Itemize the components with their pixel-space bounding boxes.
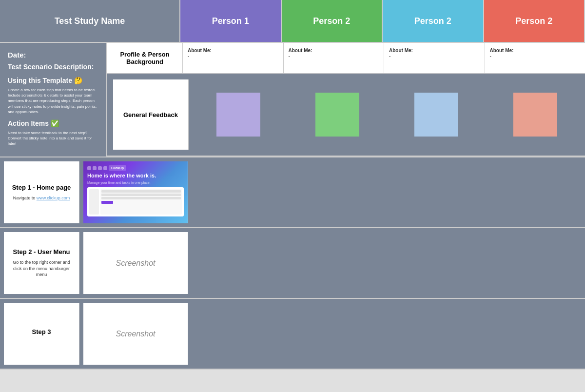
clickup-subtext: Manage your time and tasks in one place. bbox=[87, 181, 184, 184]
clickup-headline: Home is where the work is. bbox=[87, 173, 184, 179]
profile-header: Profile & Person Background bbox=[107, 43, 183, 73]
step3-empty-area bbox=[188, 299, 585, 369]
feedback-person2a-area bbox=[288, 74, 387, 156]
clickup-screenshot-image: ClickUp Home is where the work is. Manag… bbox=[83, 161, 188, 223]
step1-screenshot: ClickUp Home is where the work is. Manag… bbox=[83, 161, 188, 223]
step3-screenshot: Screenshot bbox=[83, 303, 188, 365]
profile-person2c-about: About Me: - bbox=[485, 43, 585, 73]
feedback-person2b-area bbox=[387, 74, 486, 156]
step2-info: Step 2 - User Menu Go to the top right c… bbox=[4, 232, 79, 294]
header-person2b: Person 2 bbox=[383, 0, 484, 42]
action-description: Need to take some feedback to the next s… bbox=[8, 130, 98, 147]
feedback-label: General Feedback bbox=[113, 79, 189, 150]
feedback-row: General Feedback bbox=[107, 74, 585, 157]
profile-person1-about: About Me: - bbox=[183, 43, 284, 73]
step2-title: Step 2 - User Menu bbox=[12, 248, 71, 255]
step3-row: Step 3 Screenshot bbox=[0, 299, 585, 370]
header-person1: Person 1 bbox=[180, 0, 282, 42]
profile-section: Profile & Person Background About Me: - … bbox=[107, 43, 585, 157]
scenario-label: Test Scenario Description: bbox=[8, 63, 98, 71]
step1-desc: Navigate to www.clickup.com bbox=[12, 195, 71, 201]
action-label: Action Items ✅ bbox=[8, 119, 98, 127]
clickup-dashboard-preview bbox=[87, 187, 184, 216]
step2-screenshot-placeholder: Screenshot bbox=[116, 259, 156, 268]
sticky-note-salmon[interactable] bbox=[513, 93, 557, 137]
using-label: Using this Template 🤔 bbox=[8, 77, 98, 84]
step2-screenshot: Screenshot bbox=[83, 232, 188, 294]
step3-info: Step 3 bbox=[4, 303, 79, 365]
header-study-name: Test Study Name bbox=[0, 0, 180, 42]
feedback-person2c-area bbox=[486, 74, 585, 156]
sticky-note-green[interactable] bbox=[315, 93, 359, 137]
mini-row2 bbox=[101, 194, 181, 196]
header-row: Test Study Name Person 1 Person 2 Person… bbox=[0, 0, 585, 43]
step3-screenshot-placeholder: Screenshot bbox=[116, 330, 156, 338]
using-description: Create a row for each step that needs to… bbox=[8, 87, 98, 115]
profile-person2a-about: About Me: - bbox=[284, 43, 385, 73]
topbar-dot2 bbox=[93, 166, 97, 170]
clickup-sidebar-mini bbox=[89, 189, 99, 215]
date-label: Date: bbox=[8, 51, 98, 59]
info-section: Date: Test Scenario Description: Using t… bbox=[0, 43, 585, 157]
step1-info: Step 1 - Home page Navigate to www.click… bbox=[4, 161, 79, 223]
clickup-topbar: ClickUp bbox=[87, 165, 184, 171]
sticky-note-purple[interactable] bbox=[216, 93, 260, 137]
clickup-main-mini bbox=[100, 189, 182, 215]
profile-person2b-about: About Me: - bbox=[384, 43, 485, 73]
header-person2a: Person 2 bbox=[282, 0, 383, 42]
info-left-panel: Date: Test Scenario Description: Using t… bbox=[0, 43, 107, 157]
mini-row1 bbox=[101, 190, 181, 193]
topbar-dot1 bbox=[87, 166, 91, 170]
mini-row3 bbox=[101, 197, 181, 199]
mini-btn bbox=[101, 201, 113, 204]
topbar-dot4 bbox=[103, 166, 107, 170]
step1-row: Step 1 - Home page Navigate to www.click… bbox=[0, 157, 585, 228]
topbar-dot3 bbox=[98, 166, 102, 170]
step1-empty-area bbox=[188, 157, 585, 227]
step2-row: Step 2 - User Menu Go to the top right c… bbox=[0, 228, 585, 299]
step3-title: Step 3 bbox=[12, 328, 71, 335]
step2-empty-area bbox=[188, 228, 585, 298]
step2-desc: Go to the top right corner and click on … bbox=[12, 259, 71, 278]
sticky-note-blue[interactable] bbox=[414, 93, 458, 137]
clickup-logo: ClickUp bbox=[109, 165, 126, 171]
step1-title: Step 1 - Home page bbox=[12, 184, 71, 191]
step1-link[interactable]: www.clickup.com bbox=[37, 196, 70, 200]
feedback-person1-area bbox=[189, 74, 288, 156]
profile-row: Profile & Person Background About Me: - … bbox=[107, 43, 585, 74]
header-person2c: Person 2 bbox=[484, 0, 585, 42]
